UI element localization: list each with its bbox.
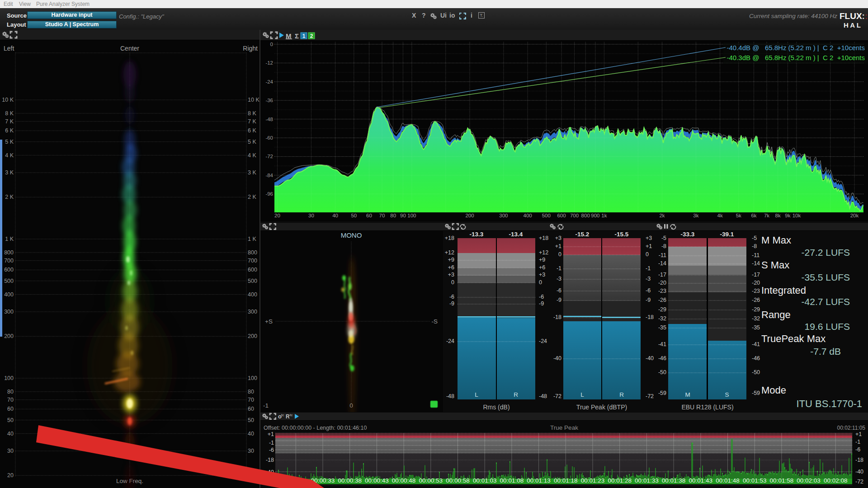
svg-text:MONO: MONO xyxy=(341,231,362,239)
svg-text:9k: 9k xyxy=(785,213,790,218)
svg-text:7 K: 7 K xyxy=(248,118,256,125)
svg-text:100: 100 xyxy=(407,213,416,218)
svg-text:-35: -35 xyxy=(752,324,760,331)
svg-text:500: 500 xyxy=(248,278,257,284)
svg-text:0: 0 xyxy=(558,251,561,258)
svg-text:200: 200 xyxy=(248,333,257,339)
svg-text:40: 40 xyxy=(332,213,338,218)
svg-text:10 K: 10 K xyxy=(248,97,259,103)
svg-text:Σ: Σ xyxy=(295,32,299,40)
svg-text:+6: +6 xyxy=(448,264,454,271)
svg-text:20: 20 xyxy=(7,472,14,479)
svg-text:2 K: 2 K xyxy=(248,194,256,200)
svg-text:6 K: 6 K xyxy=(248,127,256,134)
svg-text:-40: -40 xyxy=(553,355,561,361)
svg-text:500: 500 xyxy=(542,213,551,218)
svg-text:-36: -36 xyxy=(265,98,273,103)
svg-text:-26: -26 xyxy=(752,297,760,303)
svg-text:00:02:08: 00:02:08 xyxy=(824,477,848,484)
svg-text:00:01:33: 00:01:33 xyxy=(635,477,659,484)
svg-text:50: 50 xyxy=(7,417,14,423)
svg-text:-48: -48 xyxy=(446,393,454,399)
svg-text:-5: -5 xyxy=(661,235,666,241)
svg-text:-13.4: -13.4 xyxy=(509,231,523,238)
svg-text:-17: -17 xyxy=(752,272,760,278)
svg-text:4k: 4k xyxy=(717,213,723,218)
svg-text:-1: -1 xyxy=(557,265,561,272)
svg-text:-1: -1 xyxy=(269,440,274,446)
svg-text:-33.3: -33.3 xyxy=(681,231,695,238)
svg-text:1: 1 xyxy=(302,33,306,39)
svg-text:-7.7 dB: -7.7 dB xyxy=(810,346,841,357)
svg-text:800: 800 xyxy=(4,249,14,256)
svg-text:60: 60 xyxy=(248,406,254,412)
svg-text:-32: -32 xyxy=(658,315,666,322)
svg-text:-3: -3 xyxy=(646,276,651,282)
svg-text:-35.5 LUFS: -35.5 LUFS xyxy=(802,272,850,282)
svg-text:-29: -29 xyxy=(658,306,666,313)
svg-text:700: 700 xyxy=(248,258,257,264)
svg-text:300: 300 xyxy=(248,309,257,315)
svg-text:600: 600 xyxy=(557,213,566,218)
svg-text:-50: -50 xyxy=(752,369,760,375)
svg-text:400: 400 xyxy=(248,291,257,298)
svg-text:ITU BS.1770-1: ITU BS.1770-1 xyxy=(796,398,862,409)
svg-text:-50: -50 xyxy=(658,369,666,375)
svg-text:+3: +3 xyxy=(646,235,652,241)
svg-text:-42.7 LUFS: -42.7 LUFS xyxy=(802,296,850,307)
svg-text:-59: -59 xyxy=(658,390,666,396)
svg-text:19.6 LUFS: 19.6 LUFS xyxy=(805,321,850,332)
svg-text:0: 0 xyxy=(451,279,454,286)
svg-text:-15.5: -15.5 xyxy=(615,231,629,238)
svg-text:-72: -72 xyxy=(265,154,273,159)
svg-text:-35: -35 xyxy=(658,324,666,331)
svg-text:R: R xyxy=(286,413,290,420)
svg-text:40: 40 xyxy=(7,431,14,437)
svg-text:80: 80 xyxy=(248,389,254,395)
svg-text:900: 900 xyxy=(591,213,599,218)
svg-text:-18: -18 xyxy=(646,314,654,320)
svg-text:Integrated: Integrated xyxy=(761,285,806,296)
svg-text:80: 80 xyxy=(7,389,14,395)
svg-text:Left: Left xyxy=(4,45,14,52)
svg-text:+6: +6 xyxy=(539,264,545,271)
svg-text:-1: -1 xyxy=(646,265,651,272)
svg-text:00:00:43: 00:00:43 xyxy=(365,477,389,484)
svg-text:tc: tc xyxy=(281,413,284,417)
svg-text:0: 0 xyxy=(270,42,273,47)
svg-text:-1: -1 xyxy=(855,439,860,445)
svg-text:700: 700 xyxy=(570,213,579,218)
svg-text:L: L xyxy=(580,391,584,398)
svg-text:-8: -8 xyxy=(752,243,757,249)
svg-text:00:02:03: 00:02:03 xyxy=(797,477,821,484)
svg-text:500: 500 xyxy=(4,278,14,284)
svg-text:EBU R128 (LUFS): EBU R128 (LUFS) xyxy=(681,404,733,411)
svg-text:5 K: 5 K xyxy=(5,139,14,145)
svg-text:+9: +9 xyxy=(448,257,454,263)
svg-text:40: 40 xyxy=(248,431,254,437)
svg-text:00:01:23: 00:01:23 xyxy=(581,477,605,484)
svg-text:00:01:28: 00:01:28 xyxy=(608,477,632,484)
svg-text:200: 200 xyxy=(465,213,474,218)
svg-text:7k: 7k xyxy=(764,213,769,218)
svg-text:-18: -18 xyxy=(553,314,561,320)
svg-text:2: 2 xyxy=(310,33,313,39)
svg-text:3 K: 3 K xyxy=(248,169,256,176)
svg-text:8 K: 8 K xyxy=(5,110,14,117)
svg-text:Mode: Mode xyxy=(761,385,786,396)
svg-text:90: 90 xyxy=(400,213,406,218)
svg-text:-18: -18 xyxy=(855,457,863,463)
svg-text:30: 30 xyxy=(7,448,14,454)
svg-text:-46: -46 xyxy=(752,355,760,361)
svg-text:5k: 5k xyxy=(736,213,741,218)
svg-text:10k: 10k xyxy=(793,213,801,218)
svg-text:00:01:08: 00:01:08 xyxy=(500,477,524,484)
svg-text:+3: +3 xyxy=(539,272,545,278)
svg-text:8 K: 8 K xyxy=(248,110,256,117)
svg-text:600: 600 xyxy=(4,267,14,273)
svg-text:-1: -1 xyxy=(263,402,269,409)
svg-text:S: S xyxy=(725,391,729,398)
svg-text:00:00:33: 00:00:33 xyxy=(311,477,335,484)
svg-text:+12: +12 xyxy=(445,249,454,256)
svg-text:00:01:03: 00:01:03 xyxy=(473,477,497,484)
